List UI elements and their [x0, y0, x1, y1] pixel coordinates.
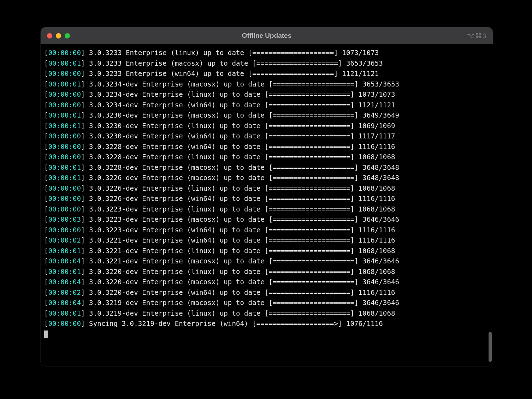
- progress-bar: [====================]: [265, 90, 354, 99]
- timestamp: 00:00:00: [48, 90, 81, 99]
- progress-bar: [====================]: [268, 278, 358, 286]
- log-line: [00:00:02] 3.0.3220-dev Enterprise (win6…: [44, 287, 491, 298]
- timestamp: 00:00:01: [48, 163, 81, 172]
- log-line: [00:00:01] 3.0.3234-dev Enterprise (maco…: [44, 79, 491, 90]
- maximize-icon[interactable]: [65, 33, 70, 38]
- timestamp: 00:00:04: [48, 299, 81, 307]
- traffic-lights: [47, 33, 70, 38]
- progress-bar: [====================]: [265, 184, 354, 192]
- log-line: [00:00:00] 3.0.3223-dev Enterprise (linu…: [44, 204, 491, 215]
- progress-bar: [====================]: [265, 205, 354, 213]
- window-title: Offline Updates: [41, 32, 493, 40]
- timestamp: 00:00:04: [48, 257, 81, 265]
- log-line: [00:00:03] 3.0.3223-dev Enterprise (maco…: [44, 214, 491, 225]
- close-icon[interactable]: [47, 33, 52, 38]
- progress-bar: [====================]: [268, 80, 358, 88]
- timestamp: 00:00:01: [48, 111, 81, 119]
- log-line: [00:00:00] Syncing 3.0.3219-dev Enterpri…: [44, 318, 491, 329]
- progress-bar: [====================]: [265, 268, 354, 276]
- log-line: [00:00:00] 3.0.3233 Enterprise (linux) u…: [44, 48, 491, 58]
- log-line: [00:00:00] 3.0.3228-dev Enterprise (win6…: [44, 142, 491, 152]
- progress-bar: [====================]: [248, 49, 338, 57]
- log-line: [00:00:04] 3.0.3220-dev Enterprise (maco…: [44, 277, 491, 287]
- timestamp: 00:00:00: [48, 132, 81, 140]
- progress-bar: [====================]: [265, 247, 354, 255]
- log-line: [00:00:04] 3.0.3221-dev Enterprise (maco…: [44, 256, 491, 267]
- timestamp: 00:00:00: [48, 320, 81, 328]
- progress-bar: [====================]: [265, 236, 354, 244]
- cursor-line: [44, 329, 491, 340]
- log-line: [00:00:01] 3.0.3230-dev Enterprise (maco…: [44, 110, 491, 121]
- progress-bar: [====================]: [265, 288, 354, 297]
- cursor: [44, 330, 48, 338]
- timestamp: 00:00:01: [48, 122, 81, 130]
- log-line: [00:00:00] 3.0.3226-dev Enterprise (linu…: [44, 183, 491, 194]
- log-line: [00:00:00] 3.0.3234-dev Enterprise (linu…: [44, 89, 491, 100]
- timestamp: 00:00:00: [48, 101, 81, 109]
- timestamp: 00:00:00: [48, 70, 81, 78]
- timestamp: 00:00:00: [48, 195, 81, 203]
- timestamp: 00:00:00: [48, 49, 81, 57]
- timestamp: 00:00:02: [48, 288, 81, 297]
- timestamp: 00:00:00: [48, 153, 81, 161]
- log-line: [00:00:02] 3.0.3221-dev Enterprise (win6…: [44, 235, 491, 246]
- progress-bar: [====================]: [265, 195, 354, 203]
- log-line: [00:00:00] 3.0.3228-dev Enterprise (linu…: [44, 152, 491, 162]
- timestamp: 00:00:01: [48, 309, 81, 317]
- log-line: [00:00:00] 3.0.3226-dev Enterprise (win6…: [44, 193, 491, 204]
- progress-bar: [===================>]: [252, 320, 342, 328]
- timestamp: 00:00:01: [48, 59, 81, 67]
- log-line: [00:00:00] 3.0.3230-dev Enterprise (win6…: [44, 131, 491, 142]
- timestamp: 00:00:02: [48, 236, 81, 244]
- progress-bar: [====================]: [268, 163, 358, 172]
- timestamp: 00:00:00: [48, 184, 81, 192]
- log-line: [00:00:04] 3.0.3219-dev Enterprise (maco…: [44, 298, 491, 308]
- progress-bar: [====================]: [265, 132, 354, 140]
- progress-bar: [====================]: [265, 122, 354, 130]
- log-line: [00:00:01] 3.0.3230-dev Enterprise (linu…: [44, 121, 491, 131]
- timestamp: 00:00:03: [48, 215, 81, 224]
- progress-bar: [====================]: [268, 174, 358, 182]
- log-line: [00:00:01] 3.0.3219-dev Enterprise (linu…: [44, 308, 491, 319]
- minimize-icon[interactable]: [56, 33, 61, 38]
- titlebar[interactable]: Offline Updates ⌥⌘3: [41, 27, 493, 44]
- log-line: [00:00:00] 3.0.3234-dev Enterprise (win6…: [44, 100, 491, 111]
- timestamp: 00:00:01: [48, 268, 81, 276]
- progress-bar: [====================]: [265, 101, 354, 109]
- log-line: [00:00:00] 3.0.3223-dev Enterprise (win6…: [44, 225, 491, 236]
- log-line: [00:00:01] 3.0.3226-dev Enterprise (maco…: [44, 173, 491, 183]
- scrollbar-thumb[interactable]: [489, 332, 492, 362]
- log-line: [00:00:01] 3.0.3220-dev Enterprise (linu…: [44, 267, 491, 277]
- progress-bar: [====================]: [265, 226, 354, 234]
- log-line: [00:00:01] 3.0.3221-dev Enterprise (linu…: [44, 246, 491, 256]
- progress-bar: [====================]: [268, 111, 358, 119]
- progress-bar: [====================]: [268, 257, 358, 265]
- terminal-output: [00:00:00] 3.0.3233 Enterprise (linux) u…: [44, 48, 491, 339]
- progress-bar: [====================]: [248, 70, 338, 78]
- progress-bar: [====================]: [268, 215, 358, 224]
- progress-bar: [====================]: [265, 143, 354, 151]
- terminal-body[interactable]: [00:00:00] 3.0.3233 Enterprise (linux) u…: [41, 44, 493, 366]
- timestamp: 00:00:00: [48, 226, 81, 234]
- progress-bar: [====================]: [265, 309, 354, 317]
- progress-bar: [====================]: [268, 299, 358, 307]
- timestamp: 00:00:01: [48, 247, 81, 255]
- timestamp: 00:00:04: [48, 278, 81, 286]
- window-shortcut-hint: ⌥⌘3: [467, 32, 486, 40]
- timestamp: 00:00:00: [48, 205, 81, 213]
- progress-bar: [====================]: [265, 153, 354, 161]
- timestamp: 00:00:01: [48, 80, 81, 88]
- log-line: [00:00:01] 3.0.3233 Enterprise (macosx) …: [44, 58, 491, 69]
- progress-bar: [====================]: [252, 59, 342, 67]
- terminal-window: Offline Updates ⌥⌘3 [00:00:00] 3.0.3233 …: [41, 27, 493, 366]
- log-line: [00:00:01] 3.0.3228-dev Enterprise (maco…: [44, 162, 491, 173]
- log-line: [00:00:00] 3.0.3233 Enterprise (win64) u…: [44, 69, 491, 79]
- timestamp: 00:00:01: [48, 174, 81, 182]
- timestamp: 00:00:00: [48, 143, 81, 151]
